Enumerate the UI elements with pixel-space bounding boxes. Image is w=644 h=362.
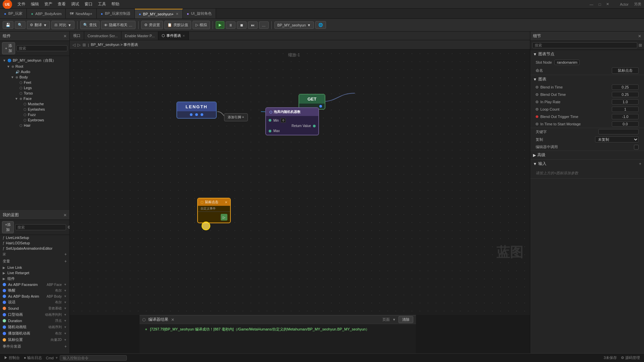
graph-header[interactable]: ▼ 图表 <box>530 75 644 83</box>
var-lipmorph[interactable]: 口型动画 动画序列列 ▼ <box>0 311 69 318</box>
menu-tools[interactable]: 工具 <box>98 1 106 7</box>
tree-item-hair[interactable]: ⬡ Hair <box>0 123 69 128</box>
var-dropdown-icon[interactable]: ▼ <box>64 283 67 286</box>
blend-trigger-value[interactable]: -1.0 <box>612 114 639 119</box>
add-var-button[interactable]: + <box>64 252 67 257</box>
globe-button[interactable]: 🌐 <box>315 21 326 29</box>
var-dropdown-icon[interactable]: ▼ <box>64 295 67 298</box>
menu-edit[interactable]: 编辑 <box>31 1 39 7</box>
var-dropdown-icon[interactable]: ▼ <box>64 332 67 335</box>
add-pin-node[interactable]: 添加引脚 + <box>224 113 248 121</box>
tree-item-feet[interactable]: ⬡ Feet <box>0 80 69 85</box>
length-node[interactable]: LENGTH <box>176 102 217 119</box>
save-button[interactable]: 💾 <box>3 21 13 29</box>
pin-min-dot[interactable] <box>269 119 271 122</box>
var-dropdown-icon[interactable]: ▼ <box>64 325 67 329</box>
in-time-value[interactable]: 0.0 <box>612 121 639 127</box>
keyword-input[interactable] <box>598 129 639 134</box>
tab-2[interactable]: 🗺 NewMap+ <box>66 9 97 18</box>
inputs-header[interactable]: ▼ 输入 + <box>530 160 644 168</box>
get-output-dot[interactable] <box>319 105 322 108</box>
page-arrow[interactable]: ▼ <box>392 318 396 321</box>
diff-button[interactable]: ⚖ 对比 ▼ <box>51 21 74 29</box>
output-log-button[interactable]: ● 输出日志 <box>24 355 42 360</box>
menu-help[interactable]: 帮助 <box>111 1 119 7</box>
nav-back-icon[interactable]: ◁ <box>72 43 75 47</box>
var-livelink[interactable]: ▶ Live Link <box>0 265 69 270</box>
tree-item-legs[interactable]: ⬡ Legs <box>0 85 69 90</box>
copy-select[interactable]: 未复制 <box>595 136 639 142</box>
tab-4[interactable]: ● BP_MY_seohyun+ ✕ <box>135 9 183 18</box>
pin-1[interactable] <box>190 113 193 116</box>
menu-window[interactable]: 窗口 <box>85 1 93 7</box>
tab-1[interactable]: ● ABP_BodyAnim <box>27 9 66 18</box>
tree-item-audio[interactable]: 🔊 Audio <box>0 69 69 74</box>
var-dropdown-icon[interactable]: ▼ <box>64 338 67 342</box>
tree-item-root[interactable]: ▼ 🔵 BP_MY_seohyun（自我） <box>0 57 69 64</box>
view-mode-icon[interactable]: ⊞ <box>83 43 86 47</box>
add-dispatcher-button[interactable]: + <box>64 344 67 349</box>
nav-fwd-icon[interactable]: ▷ <box>77 43 80 47</box>
menu-file[interactable]: 文件 <box>17 1 25 7</box>
source-control-button[interactable]: ⚙ 源码管理 <box>621 355 640 360</box>
search-details-input[interactable] <box>532 42 637 48</box>
console-input[interactable] <box>60 355 127 361</box>
tree-item-mustache[interactable]: ⬡ Mustache <box>0 101 69 107</box>
menu-debug[interactable]: 调试 <box>71 1 79 7</box>
tree-item-fuzz[interactable]: ⬡ Fuzz <box>0 112 69 117</box>
in-play-rate-value[interactable]: 1.0 <box>612 99 639 105</box>
tab-3[interactable]: ● BP_玩家控制器 <box>97 9 135 18</box>
play-button[interactable]: ▶ <box>216 21 224 29</box>
event-node[interactable]: ⬡ 鼠标点击 ✕ 自定义事件 ▷ <box>197 198 231 223</box>
canvas-tab-construction[interactable]: Construction Scr... <box>84 32 121 40</box>
tree-item-root-node[interactable]: ▼ ⊕ Root <box>0 64 69 69</box>
var-dropdown-icon[interactable]: ▼ <box>64 289 67 292</box>
var-components[interactable]: ▶ 组件 <box>0 276 69 282</box>
var-sound[interactable]: Sound 音效基础 ▼ <box>0 305 69 311</box>
var-mousepos[interactable]: 鼠标位置 向量2D ▼ <box>0 337 69 343</box>
var-dropdown-icon[interactable]: ▼ <box>64 313 67 316</box>
pin-2[interactable] <box>195 113 198 116</box>
blend-in-value[interactable]: 0.25 <box>612 84 639 90</box>
advanced-header[interactable]: ▶ 高级 <box>530 151 644 159</box>
tree-item-face[interactable]: ▼ ⊕ Face <box>0 96 69 101</box>
add-blueprint-button[interactable]: +添加 <box>2 221 14 233</box>
var-abp-body[interactable]: As ABP Body Anim ABP Body ▼ <box>0 294 69 299</box>
tree-item-eyebrows[interactable]: ⬡ Eyebrows <box>0 117 69 123</box>
components-close[interactable]: ✕ <box>63 34 67 39</box>
tree-item-torso[interactable]: ⬡ Torso <box>0 90 69 96</box>
search-components-input[interactable] <box>16 45 67 51</box>
skip-button[interactable]: ⏭ <box>248 21 258 29</box>
return-dot[interactable] <box>313 125 316 127</box>
console-button[interactable]: ▶ 控制台 <box>4 355 20 360</box>
pin-3[interactable] <box>201 113 203 116</box>
var-randomgroup[interactable]: 随机动画组 动画序列 ▼ <box>0 324 69 330</box>
setupanim-item[interactable]: ƒ SetUpdateAnimationInEditor <box>0 246 69 251</box>
var-wakeup[interactable]: 唤醒 布尔 ▼ <box>0 287 69 294</box>
class-settings-button[interactable]: ⚙ 类设置 <box>141 21 163 29</box>
compile-dropdown-icon[interactable]: ▼ <box>43 23 47 27</box>
pin-max-dot[interactable] <box>269 130 271 132</box>
menu-view[interactable]: 查看 <box>58 1 66 7</box>
var-liveretarget[interactable]: ▶ Live Retarget <box>0 270 69 276</box>
blend-out-value[interactable]: 0.25 <box>612 92 639 97</box>
canvas-tab-close[interactable]: ✕ <box>182 34 185 38</box>
bp-name-dropdown[interactable]: BP_MY_seohyun ▼ <box>274 21 314 29</box>
canvas-area[interactable]: 缩放-1 LENGTH <box>70 50 530 315</box>
add-var2-button[interactable]: + <box>64 259 67 264</box>
graph-nodes-header[interactable]: ▼ 图表节点 <box>530 50 644 58</box>
compile-button[interactable]: ⚙ 翻译 ▼ <box>27 21 50 29</box>
menu-assets[interactable]: 资产 <box>44 1 52 7</box>
canvas-tab-master[interactable]: Enable Master P... <box>121 32 158 40</box>
tab-0[interactable]: ● BP_玩家 <box>0 9 27 18</box>
editor-only-checkbox[interactable] <box>634 145 639 149</box>
bottom-panel-close[interactable]: ✕ <box>171 317 174 322</box>
var-dropdown-icon[interactable]: ▼ <box>64 301 67 304</box>
search-blueprint-input[interactable] <box>15 224 66 230</box>
loop-count-value[interactable]: 1 <box>612 107 639 112</box>
add-component-button[interactable]: + 添加 <box>2 42 15 54</box>
debug-options-button[interactable]: … <box>259 21 269 29</box>
random-func-node[interactable]: ⬡ 泡库内随机机器数 Min 0 Return Value <box>265 107 319 135</box>
find-button[interactable]: 🔍 <box>15 21 25 29</box>
var-dropdown-icon[interactable]: ▼ <box>64 307 67 310</box>
